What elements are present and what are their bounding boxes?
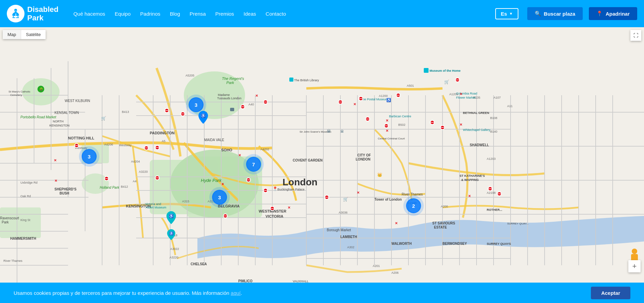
logo-text: Disabled Park	[27, 5, 59, 22]
svg-text:A4204: A4204	[131, 160, 140, 163]
cluster-count: 7	[246, 157, 261, 172]
nav-padrinos[interactable]: Padrinos	[135, 8, 165, 19]
map-type-map-btn[interactable]: Map	[3, 30, 21, 39]
svg-text:A201: A201	[373, 264, 380, 268]
svg-text:St Mary's Catholic: St Mary's Catholic	[9, 90, 30, 93]
cookie-message: Usamos cookies propias y de terceros par…	[14, 290, 231, 296]
svg-text:Park: Park	[226, 81, 234, 85]
svg-text:VICTORIA: VICTORIA	[265, 214, 283, 218]
svg-text:Flower Market: Flower Market	[456, 96, 476, 99]
logo-icon	[7, 5, 25, 22]
svg-text:A5: A5	[162, 139, 165, 143]
svg-text:✕: ✕	[288, 206, 290, 209]
svg-text:KENSAL TOWN: KENSAL TOWN	[54, 111, 79, 115]
logo[interactable]: Disabled Park	[7, 5, 59, 22]
svg-text:SURREY QUAY...: SURREY QUAY...	[507, 222, 529, 225]
svg-text:✕: ✕	[221, 182, 224, 186]
svg-text:🏛: 🏛	[327, 129, 331, 134]
svg-text:B108: B108	[490, 116, 497, 120]
svg-text:The Regent's: The Regent's	[222, 77, 244, 81]
cluster-southwark[interactable]: 2	[406, 198, 421, 213]
fullscreen-icon: ⛶	[633, 33, 638, 38]
map-type-satellite-btn[interactable]: Satélite	[21, 30, 45, 39]
svg-text:A3220: A3220	[170, 256, 178, 259]
nav-prensa[interactable]: Prensa	[185, 8, 211, 19]
svg-text:King St: King St	[20, 218, 31, 222]
svg-text:SURREY QUAYS: SURREY QUAYS	[487, 242, 511, 246]
svg-text:CITY OF: CITY OF	[357, 153, 371, 157]
svg-rect-156	[289, 78, 293, 82]
apadrinar-button[interactable]: 📍 Apadrinar	[589, 7, 637, 20]
svg-text:Victoria and: Victoria and	[145, 202, 161, 206]
svg-text:A4: A4	[133, 180, 136, 183]
svg-text:Hyde Park: Hyde Park	[201, 178, 222, 183]
cookie-banner: Usamos cookies propias y de terceros par…	[0, 283, 644, 303]
lang-label: Es	[501, 11, 507, 17]
svg-text:A3022: A3022	[170, 247, 179, 251]
pin-victoria-albert[interactable]: ♿	[166, 211, 176, 225]
svg-text:B413: B413	[122, 110, 129, 114]
svg-text:♿: ♿	[201, 113, 206, 118]
svg-text:Whitechapel Gallery: Whitechapel Gallery	[463, 128, 490, 132]
svg-text:A1203: A1203	[487, 157, 496, 161]
pin-chelsea[interactable]: ♿	[167, 229, 175, 241]
svg-text:Madame: Madame	[218, 93, 230, 97]
cluster-south-kensington[interactable]: 3	[212, 190, 227, 205]
svg-text:A302: A302	[347, 246, 354, 249]
svg-text:COVENT GARDEN: COVENT GARDEN	[293, 158, 323, 162]
svg-text:KENSINGTON: KENSINGTON	[49, 124, 69, 127]
nav-que-hacemos[interactable]: Qué hacemos	[69, 8, 110, 19]
fullscreen-button[interactable]: ⛶	[630, 30, 641, 41]
svg-text:A200: A200	[441, 205, 448, 208]
svg-text:ESTATE: ESTATE	[434, 225, 447, 229]
svg-text:Ravenscourt: Ravenscourt	[0, 216, 19, 220]
search-icon: 🔍	[535, 11, 541, 17]
svg-text:ROTHER...: ROTHER...	[487, 208, 502, 212]
svg-rect-160	[230, 108, 234, 111]
location-icon: 📍	[596, 11, 603, 17]
nav-equipo[interactable]: Equipo	[110, 8, 135, 19]
cookie-accept-button[interactable]: Aceptar	[591, 287, 630, 299]
svg-text:♿: ♿	[169, 231, 174, 236]
svg-text:MAIDA VALE: MAIDA VALE	[204, 138, 224, 142]
search-button[interactable]: 🔍 Buscar plaza	[527, 7, 583, 20]
svg-text:✕: ✕	[255, 94, 258, 98]
svg-text:✕: ✕	[460, 123, 462, 127]
pin-paddington[interactable]: ♿	[198, 111, 208, 125]
svg-text:SHEPHERD'S: SHEPHERD'S	[54, 187, 77, 191]
svg-text:🌳: 🌳	[39, 87, 44, 91]
svg-text:BUSH: BUSH	[60, 191, 69, 195]
svg-text:✕: ✕	[54, 158, 57, 162]
zoom-in-button[interactable]: +	[628, 260, 641, 272]
map-type-controls: Map Satélite	[3, 30, 46, 39]
cluster-regents-park[interactable]: 3	[189, 97, 204, 112]
nav-blog[interactable]: Blog	[165, 8, 185, 19]
svg-text:Uxbridge Rd: Uxbridge Rd	[20, 181, 37, 184]
svg-text:Museum of the Home: Museum of the Home	[430, 69, 461, 72]
svg-text:A3036: A3036	[339, 211, 348, 214]
svg-text:✕: ✕	[468, 194, 471, 198]
svg-text:A4202: A4202	[260, 148, 269, 151]
nav-premios[interactable]: Premios	[211, 8, 239, 19]
nav-contacto[interactable]: Contacto	[261, 8, 291, 19]
cluster-count: 3	[189, 97, 204, 112]
zoom-controls: +	[628, 259, 641, 272]
svg-text:A40: A40	[248, 103, 254, 106]
svg-text:& WAPPING: & WAPPING	[461, 178, 479, 182]
svg-text:🏛: 🏛	[340, 130, 344, 133]
nav-ideas[interactable]: Ideas	[239, 8, 261, 19]
svg-text:A1200: A1200	[379, 94, 388, 98]
cluster-mayfair[interactable]: 7	[246, 157, 261, 172]
svg-text:✕: ✕	[460, 92, 462, 96]
svg-text:SOHO: SOHO	[221, 148, 232, 152]
language-selector[interactable]: Es ▼	[495, 8, 518, 19]
map-container: Hyde Park London NOTTING HILL PADDINGTON…	[0, 27, 644, 303]
svg-text:✕: ✕	[54, 179, 57, 183]
svg-text:B140: B140	[490, 130, 497, 133]
svg-text:B412: B412	[121, 185, 128, 188]
svg-rect-256	[632, 249, 637, 254]
cluster-notting-hill[interactable]: 3	[82, 149, 97, 164]
cookie-link[interactable]: aquí	[231, 290, 241, 296]
svg-text:✕: ✕	[386, 129, 388, 133]
svg-text:The British Library: The British Library	[294, 79, 319, 82]
